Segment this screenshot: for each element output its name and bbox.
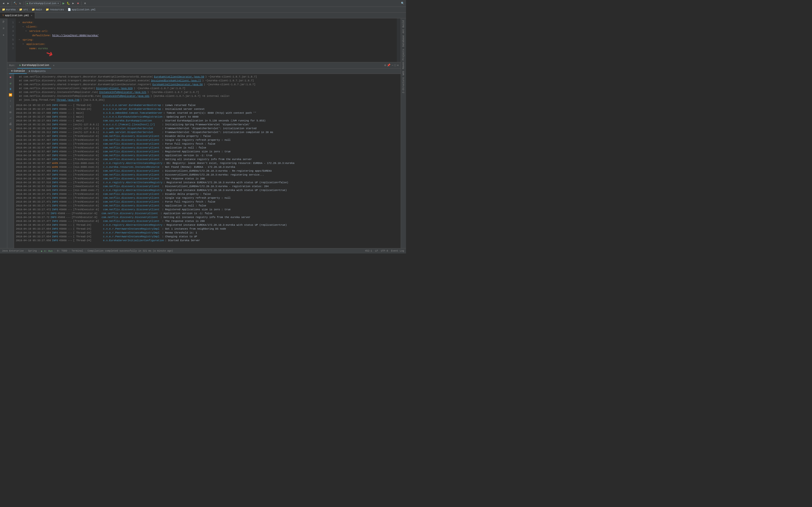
code-content[interactable]: ▾ eureka: ▾ client: ▾ service-url: xyxy=(16,18,397,62)
log-line: 2018-04-19 05:32:27.680 INFO 45868 --- [… xyxy=(16,111,399,115)
run-button[interactable]: ▶ xyxy=(62,1,65,5)
sync-icon[interactable]: ↻ xyxy=(18,1,22,5)
structure-icon[interactable]: ≡ xyxy=(1,25,6,32)
run-configuration[interactable]: ▶ EurekaApplication ▾ xyxy=(25,1,61,5)
run-tab-close[interactable]: ✕ xyxy=(53,64,54,67)
line-num-6: 6 xyxy=(7,42,14,46)
log-date: 2018-04-19 05:33:27.471 xyxy=(16,200,51,204)
log-msg: : Single vip registry refresh property :… xyxy=(162,196,231,200)
log-thread: [ Thread-24] xyxy=(73,227,102,231)
log-pid: 45868 xyxy=(59,173,67,177)
close-run-panel-btn[interactable]: ✕ xyxy=(8,127,13,132)
link-1[interactable]: EurekaHttpClientDecorator.java:59 xyxy=(154,75,204,79)
search-icon[interactable]: 🔍 xyxy=(401,1,405,5)
scroll-btn[interactable]: ↕ xyxy=(8,104,13,109)
ant-build-label[interactable]: Ant Build xyxy=(402,20,405,33)
run-panel: Run: ▶ EurekaApplication ✕ ⚙ 📌 − □ ✕ xyxy=(7,62,401,248)
web-label[interactable]: Web xyxy=(402,71,405,75)
console-tab[interactable]: ≡ Console xyxy=(9,68,27,74)
back-icon[interactable]: ◀ xyxy=(1,1,5,5)
link-5[interactable]: InstanceInfoReplicator.java:121 xyxy=(99,90,146,94)
folder-icon-main: 📁 xyxy=(32,8,35,11)
project-icon[interactable]: P xyxy=(1,19,6,25)
log-thread: [ main] xyxy=(73,111,102,115)
log-line: 2018-04-19 05:32:57.407 INFO 45868 --- [… xyxy=(16,157,399,161)
fold-2[interactable]: ▾ xyxy=(22,24,26,29)
breadcrumb-file[interactable]: 📄 application.yml xyxy=(68,8,96,11)
endpoints-tab[interactable]: ⊕ Endpoints xyxy=(27,68,48,74)
java-enterprise-tab[interactable]: Java Enterprise xyxy=(2,249,24,252)
build-icon[interactable]: 🔨 xyxy=(13,1,17,5)
database-label[interactable]: Database xyxy=(402,35,405,47)
maven-label[interactable]: Maven Projects xyxy=(402,49,405,69)
todo-tab[interactable]: 0: TODO xyxy=(57,249,67,252)
log-thread: [freshExecutor-0] xyxy=(73,138,102,142)
yml-tab-close[interactable]: ✕ xyxy=(31,14,33,17)
breadcrumb-main-label: main xyxy=(36,8,42,11)
log-sep: --- xyxy=(68,238,72,242)
fold-5[interactable]: ▾ xyxy=(18,38,21,42)
resume-btn[interactable]: ⏩ xyxy=(8,92,13,98)
link-4[interactable]: DiscoveryClient.java:829 xyxy=(96,87,133,90)
debug-button[interactable]: 🐛 xyxy=(66,1,70,5)
editor-tab-yml[interactable]: Y application.yml ✕ xyxy=(0,12,35,18)
fold-3[interactable]: ▾ xyxy=(26,29,28,33)
spring-tab[interactable]: Spring xyxy=(28,249,37,252)
z-structure-label[interactable]: Z-Structure xyxy=(402,77,405,93)
log-msg: : Initialized server context xyxy=(162,107,205,111)
close-run-icon[interactable]: ✕ xyxy=(397,63,399,67)
breadcrumb-sep-4: › xyxy=(65,8,67,11)
log-line: 2018-04-19 05:32:57.457 INFO 45868 --- [… xyxy=(16,173,399,177)
settings-icon[interactable]: ⚙ xyxy=(83,1,87,5)
breadcrumb-resources[interactable]: 📁 resources xyxy=(46,8,64,11)
coverage-button[interactable]: ▶ xyxy=(71,1,75,5)
console-output[interactable]: at com.netflix.discovery.shared.transpor… xyxy=(14,74,401,248)
log-level: INFO xyxy=(52,238,58,242)
run-tab-app[interactable]: ▶ EurekaApplication xyxy=(17,62,51,68)
stop-run-btn[interactable]: ■ xyxy=(8,75,13,80)
minimize-icon[interactable]: − xyxy=(392,64,393,67)
link-3[interactable]: EurekaHttpClientDecorator.java:56 xyxy=(152,82,203,87)
fold-1[interactable]: ▾ xyxy=(18,20,21,24)
event-log[interactable]: Event Log xyxy=(391,249,404,252)
log-date: 2018-04-19 05:33:27.654 xyxy=(16,231,51,235)
run-config-dropdown[interactable]: ▾ xyxy=(57,2,59,5)
log-class: e.s.EurekaServerInitializerConfiguration xyxy=(103,238,164,242)
settings-run-icon[interactable]: ⚙ xyxy=(384,63,386,67)
log-line: 2018-04-19 05:33:27.471 INFO 45868 --- [… xyxy=(16,200,399,204)
log-line: 2018-04-19 05:32:28.292 INFO 45868 --- [… xyxy=(16,123,399,126)
forward-icon[interactable]: ▶ xyxy=(6,1,10,5)
fold-6[interactable]: ▾ xyxy=(22,42,26,46)
expand-icon[interactable]: □ xyxy=(394,64,396,67)
log-sep: --- xyxy=(68,169,72,173)
filter-btn[interactable]: ⊟ xyxy=(8,110,13,115)
link-7[interactable]: Thread.java:748 xyxy=(57,98,80,102)
log-line: 2018-04-19 05:33:27.654 INFO 45868 --- [… xyxy=(16,235,399,238)
link-6[interactable]: InstanceInfoReplicator.java:101 xyxy=(102,94,149,98)
pin-icon[interactable]: 📌 xyxy=(387,63,391,67)
terminal-tab[interactable]: Terminal xyxy=(71,249,83,252)
log-class: c.n.e.r.PeerAwareInstanceRegistryImpl xyxy=(103,231,161,235)
stop-button[interactable]: ■ xyxy=(76,1,80,5)
breadcrumb-eureka[interactable]: 📁 eureka xyxy=(2,8,16,11)
log-pid: 45868 xyxy=(59,181,67,184)
rerun-btn[interactable]: ↺ xyxy=(8,80,13,86)
stack-line-5: at com.netflix.discovery.InstanceInfoRep… xyxy=(16,90,399,94)
log-thread: [freshExecutor-0] xyxy=(73,154,102,157)
pause-btn[interactable]: ⏸ xyxy=(8,87,13,92)
log-date: 2018-04-19 05:32:57.457 xyxy=(16,173,51,177)
file-icon: 📄 xyxy=(68,8,71,11)
log-line: 2018-04-19 05:32:27.645 INFO 45868 --- [… xyxy=(16,107,399,111)
breadcrumb-src[interactable]: 📁 src xyxy=(19,8,28,11)
log-thread: [freshExecutor-0] xyxy=(73,134,102,138)
favorites-icon[interactable]: ★ xyxy=(1,32,6,38)
print-btn[interactable]: 🖨 xyxy=(8,121,13,126)
breadcrumb-main[interactable]: 📁 main xyxy=(32,8,42,11)
log-msg: : Registered Applications size is zero :… xyxy=(162,208,231,212)
code-line-3: ▾ service-url: xyxy=(18,29,394,33)
log-thread: [freshExecutor-0] xyxy=(71,212,101,215)
step-btn[interactable]: ↓ xyxy=(8,98,13,103)
link-2[interactable]: SessionedEurekaHttpClient.java:77 xyxy=(151,79,201,82)
soft-wrap-btn[interactable]: ⏎ xyxy=(8,115,13,121)
run-tab-status[interactable]: ▶ 4: Run xyxy=(41,249,53,252)
